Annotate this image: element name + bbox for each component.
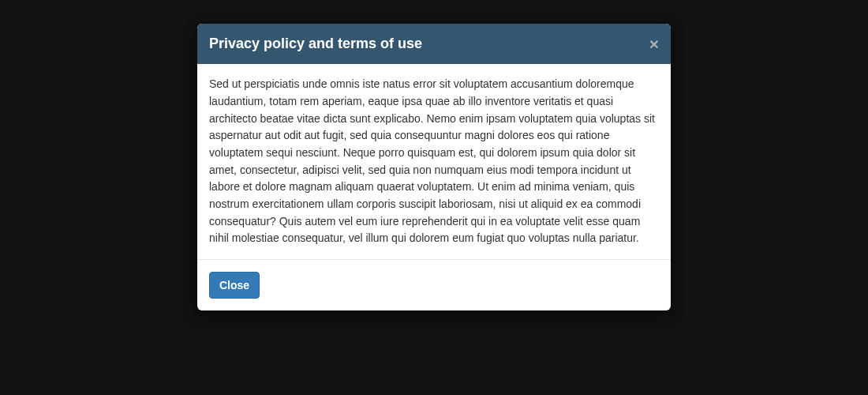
modal-title: Privacy policy and terms of use bbox=[209, 34, 422, 54]
modal-body-text: Sed ut perspiciatis unde omnis iste natu… bbox=[209, 76, 659, 247]
close-button[interactable]: Close bbox=[209, 272, 260, 299]
modal-footer: Close bbox=[197, 259, 671, 310]
modal-header: Privacy policy and terms of use × bbox=[197, 24, 671, 64]
privacy-policy-modal: Privacy policy and terms of use × Sed ut… bbox=[197, 24, 671, 310]
modal-body: Sed ut perspiciatis unde omnis iste natu… bbox=[197, 64, 671, 259]
close-icon[interactable]: × bbox=[649, 36, 659, 52]
